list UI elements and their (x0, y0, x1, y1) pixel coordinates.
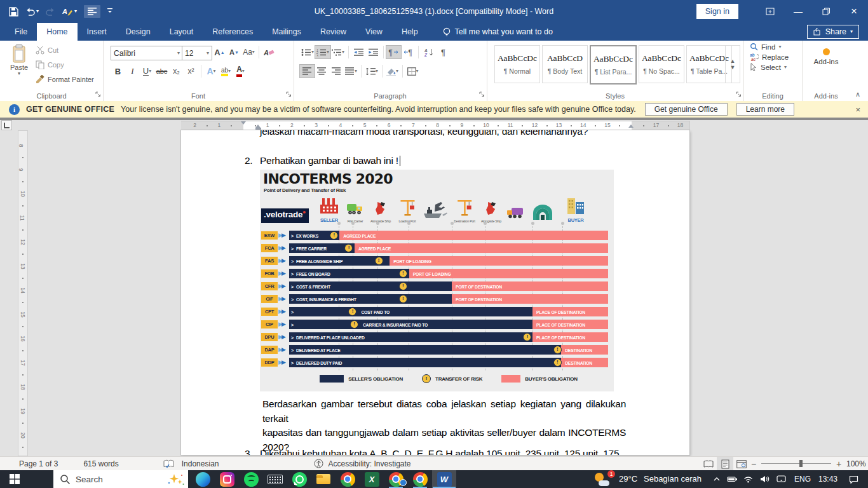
read-mode-button[interactable] (700, 457, 717, 471)
change-case-button[interactable]: Aa▾ (241, 46, 256, 58)
save-button[interactable] (9, 7, 18, 17)
taskbar-search[interactable]: Search (53, 470, 188, 488)
cast-icon[interactable] (776, 470, 786, 488)
clipboard-dialog-launcher[interactable] (95, 88, 101, 100)
start-button[interactable] (0, 470, 29, 488)
align-right-button[interactable] (329, 65, 344, 78)
tab-file[interactable]: File (5, 23, 37, 41)
style-normal[interactable]: AaBbCcDc¶ Normal (494, 45, 540, 83)
decrease-indent-button[interactable] (351, 46, 366, 58)
tab-references[interactable]: References (203, 23, 262, 41)
web-layout-button[interactable] (733, 457, 750, 471)
ltr-button[interactable]: ¶ (386, 46, 401, 58)
format-painter-button[interactable]: Format Painter (36, 75, 94, 84)
vertical-ruler[interactable]: 891011121314151617181920 (18, 130, 28, 456)
line-spacing-button[interactable]: ▾ (364, 65, 379, 78)
cut-button[interactable]: Cut (36, 46, 58, 55)
bullets-button[interactable]: ▾ (300, 46, 315, 58)
replace-button[interactable]: abacReplace (750, 53, 802, 61)
select-button[interactable]: Select▾ (750, 63, 802, 71)
align-center-button[interactable] (315, 65, 329, 78)
align-left-button[interactable] (300, 65, 315, 78)
font-family-combo[interactable]: Calibri▾ (111, 46, 183, 60)
volume-icon[interactable] (760, 470, 770, 488)
notification-center-icon[interactable] (849, 470, 858, 488)
multilevel-list-button[interactable]: ▾ (330, 46, 346, 58)
notice-close-icon[interactable]: × (855, 105, 860, 114)
styles-dialog-launcher[interactable] (736, 88, 742, 100)
tab-layout[interactable]: Layout (160, 23, 203, 41)
weather-condition[interactable]: Sebagian cerah (644, 470, 702, 488)
print-layout-button[interactable] (717, 457, 733, 471)
proofing-icon[interactable] (163, 459, 174, 468)
borders-button[interactable]: ▾ (405, 65, 420, 78)
excel-taskbar-button[interactable]: X (360, 470, 384, 488)
redo-button[interactable] (46, 8, 55, 16)
zoom-in-button[interactable]: + (836, 457, 841, 471)
spotify-taskbar-button[interactable] (239, 470, 263, 488)
tab-design[interactable]: Design (116, 23, 160, 41)
sort-button[interactable]: AZ (421, 46, 436, 58)
tab-home[interactable]: Home (37, 23, 77, 41)
weather-widget[interactable]: 1 (595, 471, 614, 487)
undo-button[interactable]: ▾ (25, 8, 39, 16)
word-count[interactable]: 615 words (83, 459, 118, 468)
minimize-button[interactable]: — (784, 0, 812, 23)
customize-qat-button[interactable] (107, 8, 114, 15)
chrome-taskbar-button[interactable] (408, 470, 432, 488)
chrome-taskbar-button[interactable] (336, 470, 360, 488)
language-indicator[interactable]: Indonesian (182, 459, 219, 468)
clock[interactable]: 13:43 (818, 470, 837, 488)
font-color-button[interactable]: A▾ (233, 65, 248, 78)
whatsapp-taskbar-button[interactable] (287, 470, 311, 488)
restore-button[interactable] (812, 0, 840, 23)
document-page[interactable]: jelaskan macam-macam moda transportasi, … (181, 130, 689, 455)
incoterms-figure[interactable]: INCOTERMS 2020 Point of Delivery and Tra… (260, 170, 614, 391)
italic-button[interactable]: I (125, 65, 140, 78)
shading-button[interactable]: ▾ (385, 65, 400, 78)
grow-font-button[interactable]: A▲ (212, 46, 227, 58)
show-marks-button[interactable]: ¶ (436, 46, 451, 58)
first-line-indent-marker[interactable] (241, 121, 246, 125)
zoom-slider-track[interactable] (761, 463, 831, 464)
collapse-ribbon-button[interactable]: ∧ (855, 90, 860, 98)
justify-button[interactable]: ▾ (344, 65, 358, 78)
styles-more-button[interactable]: ▲▼ (725, 45, 740, 83)
keyboard-taskbar-button[interactable] (263, 470, 287, 488)
edge-taskbar-button[interactable] (191, 470, 215, 488)
tab-mailings[interactable]: Mailings (262, 23, 311, 41)
tab-review[interactable]: Review (311, 23, 356, 41)
qat-lines-button[interactable] (84, 5, 100, 18)
underline-button[interactable]: U▾ (140, 65, 154, 78)
right-indent-marker[interactable] (628, 125, 634, 128)
instagram-taskbar-button[interactable] (215, 470, 239, 488)
bold-button[interactable]: B (111, 65, 125, 78)
shrink-font-button[interactable]: A▼ (227, 46, 241, 58)
learn-more-button[interactable]: Learn more (736, 103, 794, 116)
tab-help[interactable]: Help (392, 23, 428, 41)
battery-icon[interactable] (727, 470, 738, 488)
chrome-taskbar-button[interactable] (384, 470, 408, 488)
clear-formatting-button[interactable]: A (262, 46, 276, 58)
tell-me-box[interactable]: Tell me what you want to do (443, 23, 553, 41)
tray-expand-button[interactable] (713, 470, 721, 488)
highlight-color-button[interactable]: ab▾ (219, 65, 233, 78)
strikethrough-button[interactable]: abc (154, 65, 169, 78)
temperature[interactable]: 29°C (619, 470, 637, 488)
tab-insert[interactable]: Insert (78, 23, 116, 41)
paragraph-dialog-launcher[interactable] (479, 88, 485, 100)
sign-in-button[interactable]: Sign in (696, 4, 738, 19)
share-button[interactable]: Share ▾ (807, 25, 859, 39)
get-genuine-office-button[interactable]: Get genuine Office (645, 103, 728, 116)
language-switcher[interactable]: ENG (794, 470, 811, 488)
word-taskbar-button[interactable]: W (432, 470, 456, 488)
horizontal-ruler[interactable]: 211234567891011121314151718 (181, 121, 690, 131)
style-body-text[interactable]: AaBbCcD¶ Body Text (542, 45, 588, 83)
ink-editor-button[interactable]: A▾ (62, 7, 77, 16)
style-no-spac[interactable]: AaBbCcDc¶ No Spac... (639, 45, 684, 83)
paste-button[interactable]: Paste ▾ (6, 44, 32, 76)
page-indicator[interactable]: Page 1 of 3 (19, 459, 58, 468)
wifi-icon[interactable] (743, 470, 753, 488)
numbering-button[interactable]: 123▾ (315, 46, 330, 58)
addins-button[interactable]: Add-ins (802, 48, 850, 65)
